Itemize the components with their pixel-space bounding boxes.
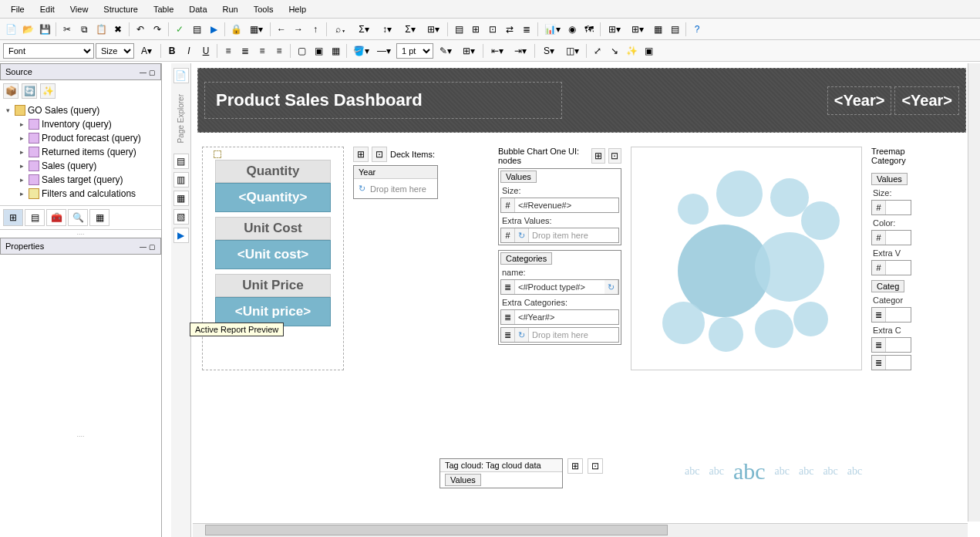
props-icon[interactable]: ▦ — [650, 22, 665, 37]
tree-item-inventory[interactable]: ▸Inventory (query) — [17, 117, 158, 131]
page-icon[interactable]: 📄 — [173, 68, 189, 83]
delete-icon[interactable]: ✖ — [110, 22, 126, 37]
page4-icon[interactable]: ▧ — [173, 209, 189, 225]
tree-item-filters[interactable]: ▸Filters and calculations — [17, 187, 158, 201]
padding-icon[interactable]: ▢ — [294, 43, 309, 59]
tagcloud-icon2[interactable]: ⊡ — [588, 458, 603, 474]
treemap-color-field[interactable]: # — [871, 230, 911, 245]
year-field[interactable]: ≣<#Year#> — [500, 309, 619, 325]
run-options-icon[interactable]: ▤ — [189, 22, 204, 37]
quantity-value[interactable]: <Quantity> — [215, 183, 331, 212]
expand-icon[interactable]: ▸ — [17, 148, 26, 156]
bubble-icon2[interactable]: ⊡ — [608, 148, 621, 164]
expand-icon[interactable]: ▸ — [17, 162, 26, 170]
year-cell[interactable]: <Year> — [827, 86, 892, 115]
apply-style-icon[interactable]: ◫▾ — [561, 43, 583, 59]
filter-icon[interactable]: ⌕▾ — [330, 22, 352, 37]
help-icon[interactable]: ? — [689, 22, 705, 37]
font-color-icon[interactable]: A▾ — [136, 43, 157, 59]
treemap-cat-tab[interactable]: Categ — [871, 280, 904, 292]
menu-help[interactable]: Help — [281, 2, 314, 17]
menu-table[interactable]: Table — [146, 2, 181, 17]
bold-icon[interactable]: B — [164, 43, 180, 59]
deck-dropzone[interactable]: ↻ Drop item here — [354, 179, 437, 198]
treemap-cat-field[interactable]: ≣ — [871, 307, 911, 323]
menu-data[interactable]: Data — [181, 2, 214, 17]
preview-button[interactable]: ▶ — [173, 228, 189, 243]
menu-file[interactable]: File — [3, 2, 32, 17]
apply-icon[interactable]: ↘ — [607, 43, 622, 59]
deck-box[interactable]: Year ↻ Drop item here — [353, 165, 438, 199]
expand-icon[interactable]: ▾ — [3, 106, 12, 114]
expand-icon[interactable]: ▸ — [17, 134, 26, 142]
bubble-icon1[interactable]: ⊞ — [591, 148, 605, 164]
tab-source-icon[interactable]: ⊞ — [3, 209, 23, 226]
treemap-size-field[interactable]: # — [871, 200, 911, 215]
align-center-icon[interactable]: ≣ — [237, 43, 253, 59]
extra-cats-drop[interactable]: ≣↻Drop item here — [500, 327, 619, 343]
expand-icon[interactable]: ▸ — [17, 176, 26, 184]
tree-root[interactable]: ▾ GO Sales (query) — [3, 103, 158, 117]
clear-icon[interactable]: ▣ — [641, 43, 656, 59]
summarize-icon[interactable]: Σ▾ — [353, 22, 375, 37]
unitcost-value[interactable]: <Unit cost> — [215, 240, 331, 269]
copy-icon[interactable]: ⧉ — [76, 22, 92, 37]
viz-icon[interactable]: ◉ — [564, 22, 580, 37]
align-right-icon[interactable]: ≡ — [254, 43, 270, 59]
report-header[interactable]: Product Sales Dashboard <Year> <Year> — [197, 68, 966, 133]
tree-item-returned[interactable]: ▸Returned items (query) — [17, 145, 158, 159]
back-icon[interactable]: ← — [274, 22, 289, 37]
margin-icon[interactable]: ▣ — [311, 43, 326, 59]
underline-icon[interactable]: U — [198, 43, 214, 59]
borders-icon[interactable]: ⊞▾ — [458, 43, 480, 59]
wand2-icon[interactable]: ✨ — [40, 83, 56, 99]
page-title[interactable]: Product Sales Dashboard — [204, 82, 562, 119]
menu-run[interactable]: Run — [215, 2, 246, 17]
validate-icon[interactable]: ✓ — [172, 22, 187, 37]
deck-icon2[interactable]: ⊡ — [372, 147, 387, 162]
tree-item-forecast[interactable]: ▸Product forecast (query) — [17, 131, 158, 145]
align-left-icon[interactable]: ≡ — [221, 43, 236, 59]
undo-icon[interactable]: ↶ — [133, 22, 148, 37]
source-panel-header[interactable]: Source — ▢ — [0, 63, 161, 80]
calc-icon[interactable]: Σ▾ — [399, 22, 421, 37]
categories-tab[interactable]: Categories — [500, 252, 552, 265]
minimize-icon[interactable]: — — [140, 243, 146, 251]
align-just-icon[interactable]: ≡ — [271, 43, 287, 59]
max-icon[interactable]: ▢ — [149, 243, 156, 251]
menu-edit[interactable]: Edit — [32, 2, 62, 17]
treemap-values-tab[interactable]: Values — [871, 173, 908, 185]
table-dd-icon[interactable]: ⊞▾ — [604, 22, 625, 37]
treemap-ec1-field[interactable]: ≣ — [871, 337, 911, 353]
menu-view[interactable]: View — [62, 2, 96, 17]
redo-icon[interactable]: ↷ — [150, 22, 165, 37]
style-ref-icon[interactable]: S▾ — [538, 43, 560, 59]
package-icon[interactable]: 📦 — [3, 83, 19, 99]
treemap-extrav-field[interactable]: # — [871, 260, 911, 275]
menu-tools[interactable]: Tools — [246, 2, 281, 17]
page1-icon[interactable]: ▤ — [173, 154, 189, 169]
treemap-ec2-field[interactable]: ≣ — [871, 355, 911, 370]
year-cell[interactable]: <Year> — [894, 86, 959, 115]
outdent-icon[interactable]: ⇥▾ — [510, 43, 531, 59]
chart-icon[interactable]: 📊▾ — [541, 22, 563, 37]
pt-combo[interactable]: 1 pt — [396, 43, 433, 59]
list-icon[interactable]: ≣ — [519, 22, 534, 37]
max-icon[interactable]: ▢ — [149, 69, 156, 76]
sort-icon[interactable]: ↕▾ — [376, 22, 398, 37]
page3-icon[interactable]: ▦ — [173, 191, 189, 206]
font-combo[interactable]: Font — [3, 43, 94, 59]
extra-values-drop[interactable]: #↻Drop item here — [500, 228, 619, 243]
fwd-icon[interactable]: → — [291, 22, 306, 37]
spacing-icon[interactable]: ▦ — [328, 43, 343, 59]
up-icon[interactable]: ↑ — [308, 22, 323, 37]
filter-dd-icon[interactable]: ▦▾ — [245, 22, 267, 37]
paste-icon[interactable]: 📋 — [93, 22, 109, 37]
lock-icon[interactable]: 🔒 — [228, 22, 244, 37]
deck-icon1[interactable]: ⊞ — [353, 147, 369, 162]
table2-icon[interactable]: ⊞▾ — [627, 22, 648, 37]
section-icon[interactable]: ▤ — [451, 22, 466, 37]
menu-structure[interactable]: Structure — [96, 2, 146, 17]
new-icon[interactable]: 📄 — [3, 22, 19, 37]
tree-item-target[interactable]: ▸Sales target (query) — [17, 173, 158, 187]
